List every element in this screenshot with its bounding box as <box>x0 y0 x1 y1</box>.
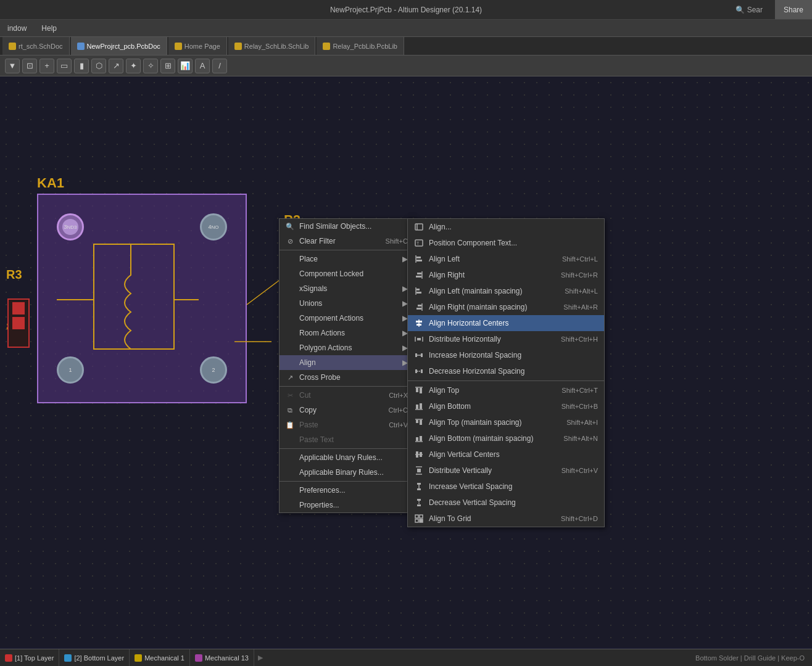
ctx-increase-v-spacing[interactable]: Increase Vertical Spacing <box>408 479 604 495</box>
ctx-place[interactable]: Place ▶ <box>280 252 414 266</box>
ctx-increase-h-spacing[interactable]: Increase Horizontal Spacing <box>408 347 604 363</box>
side-component[interactable] <box>7 298 30 348</box>
toolbar-shape-btn[interactable]: ⬡ <box>91 59 106 73</box>
svg-rect-37 <box>420 403 422 409</box>
ctx-align-dialog-label: Align... <box>429 223 452 231</box>
ctx-component-locked[interactable]: Component Locked <box>280 266 414 281</box>
toolbar-star-btn[interactable]: ✧ <box>143 59 158 73</box>
ctx-paste[interactable]: 📋 Paste Ctrl+V <box>280 417 414 432</box>
tab-pcb[interactable]: NewProjrct_pcb.PcbDoc <box>71 37 167 55</box>
menu-help[interactable]: Help <box>39 23 59 34</box>
ctx-decrease-h-spacing[interactable]: Decrease Horizontal Spacing <box>408 363 604 379</box>
ctx-align-top[interactable]: Align Top Shift+Ctrl+T <box>408 382 604 398</box>
layer-top[interactable]: [1] Top Layer <box>0 649 59 666</box>
ctx-clear-filter[interactable]: ⊘ Clear Filter Shift+C <box>280 234 414 249</box>
ctx-align-grid[interactable]: Align To Grid Shift+Ctrl+D <box>408 511 604 527</box>
ctx-sep-4 <box>280 481 414 482</box>
ctx-find-similar[interactable]: 🔍 Find Similar Objects... <box>280 219 414 234</box>
ctx-decrease-v-spacing[interactable]: Decrease Vertical Spacing <box>408 495 604 511</box>
ctx-xsignals[interactable]: xSignals ▶ <box>280 281 414 296</box>
ctx-room-actions[interactable]: Room Actions ▶ <box>280 326 414 340</box>
layer-mech1[interactable]: Mechanical 1 <box>130 649 190 666</box>
ctx-decrease-v-spacing-label: Decrease Vertical Spacing <box>429 498 516 507</box>
layer-bottom[interactable]: [2] Bottom Layer <box>59 649 130 666</box>
toolbar-route-btn[interactable]: ↗ <box>109 59 123 73</box>
ctx-component-actions[interactable]: Component Actions ▶ <box>280 311 414 326</box>
toolbar-chart-btn[interactable]: 📊 <box>178 59 193 73</box>
ctx-align-left-spacing[interactable]: Align Left (maintain spacing) Shift+Alt+… <box>408 283 604 299</box>
layer-mech13[interactable]: Mechanical 13 <box>190 649 254 666</box>
align-left-icon <box>414 254 424 264</box>
ctx-align-dialog[interactable]: Align... <box>408 219 604 235</box>
ctx-preferences[interactable]: Preferences... <box>280 483 414 498</box>
ctx-position-text[interactable]: T Position Component Text... <box>408 235 604 251</box>
ctx-cut[interactable]: ✂ Cut Ctrl+X <box>280 388 414 403</box>
tab-schlib[interactable]: Relay_SchLib.SchLib <box>228 37 316 55</box>
ctx-align-right-spacing-shortcut: Shift+Alt+R <box>563 303 598 311</box>
pad-3[interactable]: 3ND3 <box>57 213 84 240</box>
ctx-polygon-actions[interactable]: Polygon Actions ▶ <box>280 340 414 355</box>
ctx-applicable-binary[interactable]: Applicable Binary Rules... <box>280 465 414 480</box>
ctx-unions[interactable]: Unions ▶ <box>280 296 414 311</box>
toolbar-text-btn[interactable]: A <box>195 59 210 73</box>
toolbar-bar-btn[interactable]: ▮ <box>74 59 89 73</box>
toolbar-marker-btn[interactable]: ✦ <box>126 59 141 73</box>
svg-rect-30 <box>421 369 423 373</box>
ctx-align[interactable]: Align ▶ <box>280 355 414 370</box>
toolbar-cross-btn[interactable]: + <box>39 59 54 73</box>
toolbar-filter-btn[interactable]: ▼ <box>5 59 20 73</box>
room-actions-icon <box>286 329 294 337</box>
ctx-align-h-centers-label: Align Horizontal Centers <box>429 319 508 327</box>
toolbar-pad-btn[interactable]: ⊞ <box>160 59 175 73</box>
component-ka1[interactable]: KA1 3ND3 4NO 1 2 <box>37 175 247 403</box>
ctx-align-v-centers[interactable]: Align Vertical Centers <box>408 446 604 462</box>
context-menu-align: Align... T Position Component Text... Al… <box>407 218 605 527</box>
layer-more[interactable]: ▶ <box>254 654 267 662</box>
toolbar-select-btn[interactable]: ⊡ <box>22 59 37 73</box>
pad-4[interactable]: 4NO <box>200 213 227 240</box>
svg-rect-53 <box>417 499 421 501</box>
tab-home[interactable]: Home Page <box>168 37 227 55</box>
ctx-align-right-spacing[interactable]: Align Right (maintain spacing) Shift+Alt… <box>408 299 604 315</box>
ctx-paste-text[interactable]: Paste Text <box>280 432 414 447</box>
ctx-distribute-h[interactable]: Distribute Horizontally Shift+Ctrl+H <box>408 331 604 347</box>
ctx-properties[interactable]: Properties... <box>280 498 414 512</box>
ctx-align-h-centers[interactable]: Align Horizontal Centers <box>408 315 604 331</box>
ctx-copy-label: Copy <box>299 406 317 414</box>
ctx-align-bottom-spacing-label: Align Bottom (maintain spacing) <box>429 434 533 443</box>
share-button[interactable]: Share <box>775 0 812 19</box>
ctx-copy[interactable]: ⧉ Copy Ctrl+C <box>280 403 414 417</box>
svg-rect-16 <box>416 292 421 294</box>
ctx-cross-probe[interactable]: ↗ Cross Probe <box>280 370 414 385</box>
pad-2[interactable]: 2 <box>200 356 227 384</box>
ctx-align-bottom-spacing[interactable]: Align Bottom (maintain spacing) Shift+Al… <box>408 430 604 446</box>
distribute-h-icon <box>414 334 424 344</box>
tab-pcb-label: NewProjrct_pcb.PcbDoc <box>87 43 160 50</box>
pad-1[interactable]: 1 <box>57 356 84 384</box>
svg-rect-18 <box>418 305 421 306</box>
align-grid-icon <box>414 514 424 524</box>
tab-pcblib[interactable]: Relay_PcbLib.PcbLib <box>317 37 404 55</box>
ka1-body[interactable]: 3ND3 4NO 1 2 <box>37 194 247 403</box>
ctx-align-left[interactable]: Align Left Shift+Ctrl+L <box>408 251 604 267</box>
title-search[interactable]: 🔍 Sear <box>735 6 763 14</box>
tab-sch[interactable]: rt_sch.SchDoc <box>2 37 70 55</box>
toolbar-line-btn[interactable]: / <box>212 59 227 73</box>
ctx-applicable-unary[interactable]: Applicable Unary Rules... <box>280 450 414 465</box>
tab-sch-label: rt_sch.SchDoc <box>19 43 63 50</box>
toolbar-rect-btn[interactable]: ▭ <box>57 59 72 73</box>
ctx-align-top-spacing-label: Align Top (maintain spacing) <box>429 418 522 427</box>
ctx-align-bottom[interactable]: Align Bottom Shift+Ctrl+B <box>408 398 604 414</box>
ctx-sep-2 <box>280 386 414 387</box>
menu-window[interactable]: indow <box>5 23 29 34</box>
svg-rect-36 <box>416 405 418 409</box>
unions-icon <box>286 299 294 308</box>
svg-rect-29 <box>415 369 417 373</box>
ctx-distribute-v[interactable]: Distribute Vertically Shift+Ctrl+V <box>408 462 604 479</box>
ctx-align-right[interactable]: Align Right Shift+Ctrl+R <box>408 267 604 283</box>
ctx-align-bottom-spacing-shortcut: Shift+Alt+N <box>563 435 598 442</box>
ctx-align-top-spacing[interactable]: Align Top (maintain spacing) Shift+Alt+I <box>408 414 604 430</box>
copy-icon: ⧉ <box>286 406 294 414</box>
ctx-applicable-binary-label: Applicable Binary Rules... <box>299 468 384 477</box>
ctx-find-similar-label: Find Similar Objects... <box>299 222 371 231</box>
